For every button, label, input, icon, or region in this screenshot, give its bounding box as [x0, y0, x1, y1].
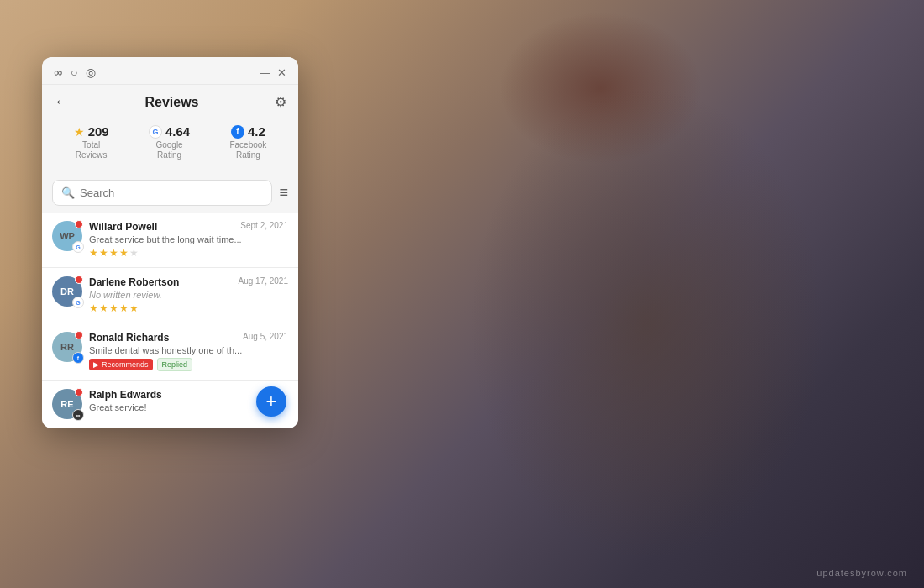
location-icon: ◎ — [86, 66, 96, 79]
source-badge-google: G — [72, 297, 84, 308]
review-text: No written review. — [89, 290, 288, 300]
stat-total-reviews: ★ 209 TotalReviews — [74, 124, 109, 160]
avatar-initials: DR — [60, 286, 74, 297]
reviewer-name: Ronald Richards — [89, 332, 169, 344]
facebook-rating-label: FacebookRating — [229, 140, 266, 160]
reviewer-name: Willard Powell — [89, 221, 157, 233]
total-reviews-label: TotalReviews — [76, 140, 108, 160]
reviewer-name: Darlene Robertson — [89, 276, 179, 288]
notification-dot — [75, 220, 83, 228]
close-button[interactable]: ✕ — [277, 67, 286, 78]
stat-facebook-rating: f 4.2 FacebookRating — [229, 124, 266, 160]
source-badge-facebook: f — [72, 352, 84, 364]
review-header: Ronald Richards Aug 5, 2021 — [89, 332, 288, 344]
search-icon: 🔍 — [61, 186, 75, 199]
review-date: Aug 17, 2021 — [239, 276, 289, 286]
search-input-wrap[interactable]: 🔍 — [52, 180, 272, 206]
review-content: Willard Powell Sept 2, 2021 Great servic… — [89, 221, 288, 259]
table-row[interactable]: DR G Darlene Robertson Aug 17, 2021 No w… — [42, 268, 298, 323]
search-input[interactable] — [80, 186, 263, 199]
total-reviews-number: 209 — [88, 124, 109, 139]
avatar-wrap: WP G — [52, 221, 82, 251]
filter-button[interactable]: ≡ — [279, 184, 288, 202]
settings-button[interactable]: ⚙ — [275, 94, 286, 110]
star-rating: ★ ★ ★ ★ ★ — [89, 247, 288, 259]
source-badge-google: G — [72, 241, 84, 253]
star-icon: ★ — [74, 125, 85, 139]
replied-tag: Replied — [157, 358, 193, 371]
avatar-initials: RR — [60, 342, 74, 352]
reviewer-name: Ralph Edwards — [89, 389, 162, 401]
stats-row: ★ 209 TotalReviews G 4.64 GoogleRating f… — [42, 118, 298, 171]
review-date: Aug 5, 2021 — [243, 332, 288, 341]
notification-dot — [75, 276, 83, 284]
review-date: Sept 2, 2021 — [240, 221, 288, 230]
table-row[interactable]: WP G Willard Powell Sept 2, 2021 Great s… — [42, 213, 298, 268]
review-content: Darlene Robertson Aug 17, 2021 No writte… — [89, 276, 288, 314]
avatar-wrap: RE ∞ — [52, 389, 82, 419]
recommends-tag: ▶ Recommends — [89, 359, 153, 370]
review-text: Smile dental was honestly one of th... — [89, 345, 288, 355]
review-text: Great service but the long wait time... — [89, 234, 288, 244]
facebook-icon: f — [231, 125, 244, 139]
window-controls: — ✕ — [260, 67, 286, 78]
add-review-button[interactable]: + — [256, 386, 286, 417]
back-button[interactable]: ← — [54, 93, 69, 111]
avatar-wrap: DR G — [52, 276, 82, 307]
star-rating: ★ ★ ★ ★ ★ — [89, 302, 288, 314]
app-icons: ∞ ○ ◎ — [54, 66, 96, 79]
review-content: Ronald Richards Aug 5, 2021 Smile dental… — [89, 332, 288, 371]
source-badge-other: ∞ — [72, 409, 84, 421]
panel-title: Reviews — [144, 95, 198, 110]
notification-dot — [75, 388, 83, 396]
infinity-icon: ∞ — [54, 66, 62, 79]
reviews-panel: ∞ ○ ◎ — ✕ ← Reviews ⚙ ★ 209 TotalReviews… — [42, 57, 298, 428]
review-header: Willard Powell Sept 2, 2021 — [89, 221, 288, 233]
google-icon: G — [149, 125, 162, 139]
google-rating-number: 4.64 — [165, 124, 190, 139]
title-bar: ∞ ○ ◎ — ✕ — [42, 57, 298, 85]
notification-dot — [75, 331, 83, 339]
avatar-initials: RE — [60, 399, 73, 409]
avatar-initials: WP — [60, 231, 75, 241]
review-tags: ▶ Recommends Replied — [89, 358, 288, 371]
minimize-button[interactable]: — — [260, 67, 270, 78]
facebook-rating-number: 4.2 — [248, 124, 265, 139]
review-header: Darlene Robertson Aug 17, 2021 — [89, 276, 288, 288]
watermark: updatesbyrow.com — [816, 568, 907, 578]
search-bar: 🔍 ≡ — [42, 171, 298, 213]
stat-google-rating: G 4.64 GoogleRating — [149, 124, 190, 160]
google-rating-label: GoogleRating — [155, 140, 182, 160]
chat-icon: ○ — [71, 66, 77, 79]
panel-header: ← Reviews ⚙ — [42, 85, 298, 118]
filter-icon: ≡ — [279, 184, 288, 202]
table-row[interactable]: RR f Ronald Richards Aug 5, 2021 Smile d… — [42, 323, 298, 381]
avatar-wrap: RR f — [52, 332, 82, 362]
